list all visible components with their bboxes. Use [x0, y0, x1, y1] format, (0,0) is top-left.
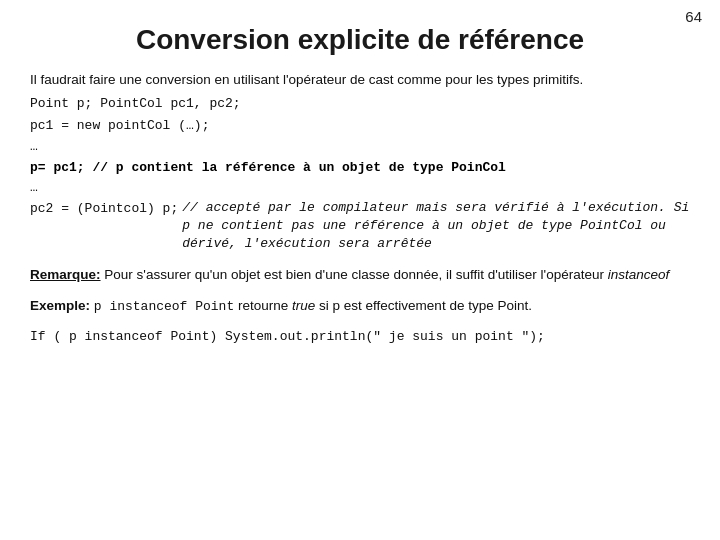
bold-code-line: p= pc1; // p contient la référence à un …: [30, 158, 690, 178]
example-label: Exemple:: [30, 298, 90, 313]
ellipsis-1: …: [30, 137, 690, 157]
remark-label: Remarque:: [30, 267, 101, 282]
pc2-block: pc2 = (Pointcol) p; // accepté par le co…: [30, 199, 690, 254]
intro-text: Il faudrait faire une conversion en util…: [30, 72, 583, 87]
last-code-line: If ( p instanceof Point) System.out.prin…: [30, 326, 690, 347]
pc2-row: pc2 = (Pointcol) p; // accepté par le co…: [30, 199, 690, 254]
intro-paragraph: Il faudrait faire une conversion en util…: [30, 70, 690, 90]
remark-text: Pour s'assurer qu'un objet est bien d'un…: [101, 267, 608, 282]
last-line-code: If ( p instanceof Point) System.out.prin…: [30, 329, 545, 344]
example-code: p instanceof Point: [94, 299, 234, 314]
pc2-comment: // accepté par le compilateur mais sera …: [178, 199, 690, 254]
remark-italic: instanceof: [608, 267, 670, 282]
remark-block: Remarque: Pour s'assurer qu'un objet est…: [30, 265, 690, 285]
example-text-after: si p est effectivement de type Point.: [315, 298, 532, 313]
slide-content: Il faudrait faire une conversion en util…: [30, 70, 690, 347]
example-true: true: [292, 298, 315, 313]
slide-number: 64: [685, 8, 702, 25]
slide-title: Conversion explicite de référence: [30, 20, 690, 56]
pc2-code: pc2 = (Pointcol) p;: [30, 199, 178, 254]
ellipsis-2: …: [30, 178, 690, 198]
code-line-2: pc1 = new pointCol (…);: [30, 116, 690, 136]
slide: 64 Conversion explicite de référence Il …: [0, 0, 720, 540]
example-block: Exemple: p instanceof Point retourne tru…: [30, 296, 690, 317]
example-text-before: retourne: [238, 298, 292, 313]
code-line-1: Point p; PointCol pc1, pc2;: [30, 94, 690, 114]
